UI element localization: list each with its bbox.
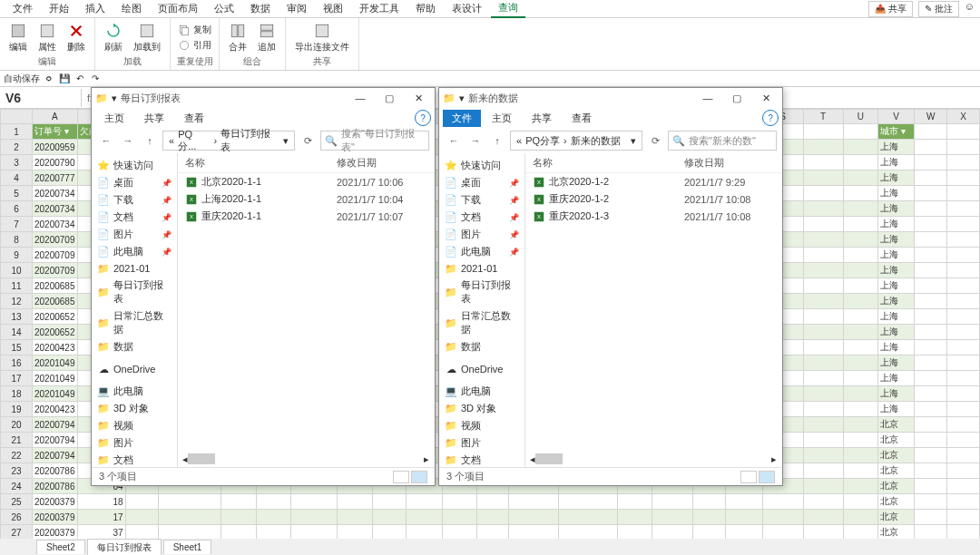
scrollbar-thumb[interactable] [535, 453, 563, 464]
tab-help[interactable]: 帮助 [408, 0, 443, 17]
breadcrumb[interactable]: « PQ分享 › 新来的数据 ▾ [510, 131, 642, 151]
sheet-tab[interactable]: Sheet2 [36, 540, 85, 554]
name-box[interactable]: V6 [0, 89, 82, 107]
svg-text:X: X [537, 180, 541, 185]
view-details-icon[interactable] [393, 471, 409, 483]
svg-text:X: X [190, 180, 193, 185]
menu-file[interactable]: 文件 [443, 110, 481, 127]
menu-home[interactable]: 主页 [483, 110, 521, 127]
copy-button[interactable]: 复制 [176, 23, 213, 37]
help-icon[interactable]: ? [762, 110, 779, 126]
refresh-icon[interactable]: ⟳ [646, 131, 664, 150]
menu-share[interactable]: 共享 [135, 110, 173, 127]
back-icon[interactable]: ← [97, 131, 115, 150]
file-list[interactable]: 名称修改日期 X北京2020-1-12021/1/7 10:06X上海2020-… [178, 153, 435, 467]
col-date[interactable]: 修改日期 [337, 156, 427, 170]
loadto-button[interactable]: 加载到 [130, 21, 164, 55]
maximize-icon[interactable]: ▢ [724, 89, 750, 107]
maximize-icon[interactable]: ▢ [377, 89, 402, 107]
smiley-icon[interactable]: ☺ [965, 1, 975, 17]
file-item[interactable]: X上海2020-1-12021/1/7 10:04 [178, 190, 435, 208]
svg-rect-1 [41, 24, 54, 37]
minimize-icon[interactable]: — [695, 89, 720, 107]
autosave-toggle[interactable]: ⭘ [43, 73, 55, 85]
minimize-icon[interactable]: — [348, 89, 373, 107]
nav-pane[interactable]: ⭐快速访问📄桌面📌📄下载📌📄文档📌📄图片📌📄此电脑📌📁2021-01📁每日订到报… [439, 153, 525, 467]
explorer-window-2: 📁 ▾ 新来的数据 — ▢ ✕ 文件 主页 共享 查看 ? ← → ↑ « PQ… [438, 87, 783, 486]
sheet-tab[interactable]: 每日订到报表 [87, 539, 162, 556]
comment-button[interactable]: ✎ 批注 [918, 1, 959, 17]
undo-icon[interactable]: ↶ [74, 73, 86, 85]
search-input[interactable]: 🔍 搜索"每日订到报表" [320, 131, 429, 151]
append-button[interactable]: 追加 [254, 21, 279, 55]
autosave-label: 自动保存 [4, 73, 40, 85]
scroll-right-icon[interactable]: ▸ [771, 453, 777, 465]
redo-icon[interactable]: ↷ [89, 73, 102, 85]
forward-icon[interactable]: → [119, 131, 137, 150]
status-text: 3 个项目 [99, 470, 137, 483]
scrollbar-thumb[interactable] [188, 453, 215, 464]
folder-icon: 📁 [443, 92, 456, 104]
menu-view[interactable]: 查看 [175, 110, 213, 127]
tab-file[interactable]: 文件 [5, 0, 40, 17]
tab-review[interactable]: 审阅 [279, 0, 314, 17]
svg-rect-6 [231, 24, 237, 37]
props-button[interactable]: 属性 [34, 21, 60, 55]
col-name[interactable]: 名称 [533, 156, 684, 170]
file-item[interactable]: X北京2020-1-12021/1/7 10:06 [178, 173, 435, 190]
sheet-tab[interactable]: Sheet1 [163, 540, 212, 554]
dropdown-icon[interactable]: ▾ [112, 92, 117, 104]
tab-tabledesign[interactable]: 表设计 [445, 0, 489, 17]
search-input[interactable]: 🔍 搜索"新来的数" [668, 131, 777, 151]
tab-dev[interactable]: 开发工具 [352, 0, 407, 17]
tab-layout[interactable]: 页面布局 [151, 0, 205, 17]
close-icon[interactable]: ✕ [753, 89, 779, 107]
tab-data[interactable]: 数据 [243, 0, 278, 17]
col-date[interactable]: 修改日期 [684, 156, 775, 170]
share-button[interactable]: 📤 共享 [868, 1, 913, 17]
view-icons-icon[interactable] [411, 471, 427, 483]
tab-insert[interactable]: 插入 [78, 0, 113, 17]
back-icon[interactable]: ← [445, 131, 463, 150]
svg-rect-7 [239, 24, 244, 37]
group-share-label: 共享 [313, 55, 331, 68]
help-icon[interactable]: ? [415, 110, 431, 126]
svg-rect-2 [141, 24, 153, 37]
menu-home[interactable]: 主页 [95, 110, 133, 127]
file-item[interactable]: X重庆2020-1-12021/1/7 10:07 [178, 208, 435, 225]
col-name[interactable]: 名称 [185, 156, 337, 170]
file-list[interactable]: 名称修改日期 X北京2020-1-22021/1/7 9:29X重庆2020-1… [525, 153, 782, 467]
tab-draw[interactable]: 绘图 [114, 0, 149, 17]
ref-button[interactable]: 引用 [176, 38, 213, 53]
nav-pane[interactable]: ⭐快速访问📄桌面📌📄下载📌📄文档📌📄图片📌📄此电脑📌📁2021-01📁每日订到报… [92, 153, 178, 467]
file-item[interactable]: X重庆2020-1-22021/1/7 10:08 [525, 190, 782, 208]
tab-view[interactable]: 视图 [316, 0, 350, 17]
export-button[interactable]: 导出连接文件 [291, 21, 353, 55]
tab-home[interactable]: 开始 [42, 0, 76, 17]
close-icon[interactable]: ✕ [406, 89, 431, 107]
tab-query[interactable]: 查询 [491, 0, 525, 18]
refresh-icon[interactable]: ⟳ [299, 131, 317, 150]
file-item[interactable]: X重庆2020-1-32021/1/7 10:08 [525, 208, 782, 225]
scroll-right-icon[interactable]: ▸ [424, 453, 429, 465]
refresh-button[interactable]: 刷新 [101, 21, 126, 55]
edit-button[interactable]: 编辑 [5, 21, 31, 55]
view-icons-icon[interactable] [759, 471, 775, 483]
up-icon[interactable]: ↑ [141, 131, 159, 150]
delete-button[interactable]: 删除 [64, 21, 89, 55]
menu-view[interactable]: 查看 [563, 110, 601, 127]
forward-icon[interactable]: → [466, 131, 485, 150]
up-icon[interactable]: ↑ [488, 131, 506, 150]
dropdown-icon[interactable]: ▾ [459, 92, 465, 104]
view-details-icon[interactable] [740, 471, 757, 483]
file-item[interactable]: X北京2020-1-22021/1/7 9:29 [525, 173, 782, 190]
menu-share[interactable]: 共享 [523, 110, 561, 127]
svg-rect-8 [260, 24, 273, 30]
merge-button[interactable]: 合并 [225, 21, 250, 55]
group-load-label: 加载 [123, 55, 142, 68]
tab-formula[interactable]: 公式 [207, 0, 241, 17]
svg-text:X: X [537, 214, 541, 219]
sheet-tabs: Sheet2 每日订到报表 Sheet1 [0, 539, 980, 555]
breadcrumb[interactable]: « PQ分... › 每日订到报表 ▾ [162, 131, 295, 151]
save-icon[interactable]: 💾 [58, 73, 71, 85]
